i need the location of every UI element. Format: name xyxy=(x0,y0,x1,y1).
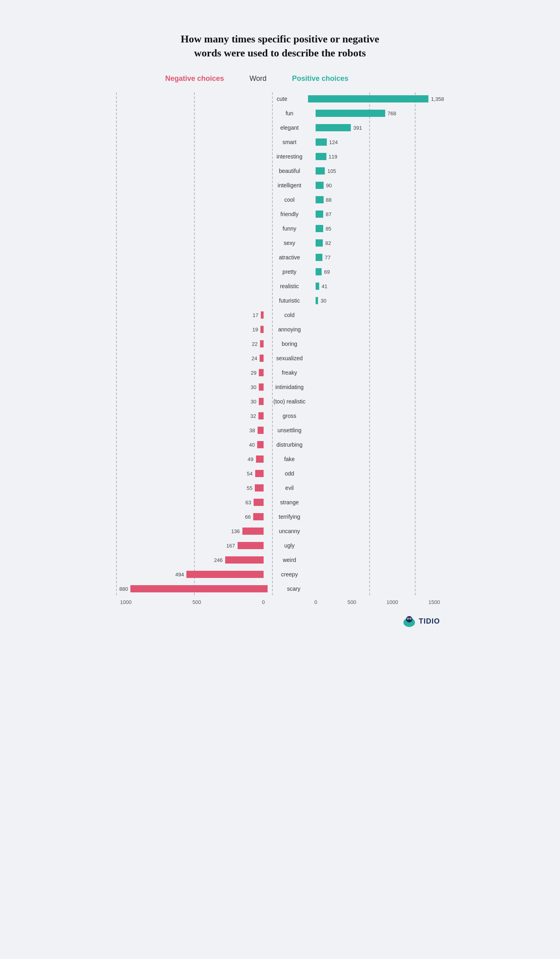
bar-row-positive: cute1,358 xyxy=(116,92,444,105)
x-axis-pos-0: 0 xyxy=(314,599,317,605)
bar-row-positive: funny85 xyxy=(116,222,444,235)
positive-bar xyxy=(316,268,322,275)
negative-bar xyxy=(254,499,264,506)
neg-side-empty xyxy=(116,165,264,177)
title-line2: words were used to describe the robots xyxy=(194,47,366,59)
negative-bar-value: 167 xyxy=(223,543,235,549)
bar-row-positive: futuristic30 xyxy=(116,294,444,307)
positive-bar-value: 105 xyxy=(327,168,336,174)
word-label: terrifying xyxy=(264,514,316,520)
bar-row-negative: 22boring xyxy=(116,337,444,350)
neg-side: 30 xyxy=(116,395,264,408)
word-label: (too) realistic xyxy=(264,398,316,405)
word-label: strange xyxy=(264,499,316,506)
pos-side-empty xyxy=(316,323,444,336)
bars-area: cute1,358fun768elegant391smart124interes… xyxy=(116,92,444,595)
negative-bar-value: 29 xyxy=(244,370,256,376)
negative-bar xyxy=(260,340,264,347)
pos-side: 124 xyxy=(316,136,444,148)
negative-bar-value: 246 xyxy=(211,557,223,563)
bar-row-negative: 246weird xyxy=(116,554,444,566)
negative-bar-value: 38 xyxy=(243,427,255,433)
x-axis-neg-1000: 1000 xyxy=(120,599,132,605)
pos-side: 90 xyxy=(316,179,444,192)
pos-side: 1,358 xyxy=(308,92,444,105)
x-axis-center-spacer xyxy=(265,599,314,605)
bar-row-positive: elegant391 xyxy=(116,121,444,134)
positive-bar-value: 30 xyxy=(320,298,326,304)
pos-side: 88 xyxy=(316,193,444,206)
neg-side-empty xyxy=(116,92,256,105)
tidio-logo: TIDIO xyxy=(116,615,444,628)
positive-bar-value: 77 xyxy=(325,255,330,261)
bar-row-negative: 494creepy xyxy=(116,568,444,581)
word-label: cold xyxy=(264,312,316,318)
pos-side: 41 xyxy=(316,280,444,293)
neg-side: 246 xyxy=(116,554,264,566)
word-label: boring xyxy=(264,341,316,347)
neg-side: 880 xyxy=(116,582,268,595)
pos-side: 30 xyxy=(316,294,444,307)
positive-bar-value: 88 xyxy=(326,197,332,203)
tidio-icon xyxy=(403,615,416,628)
positive-bar xyxy=(316,124,351,131)
word-label: elegant xyxy=(264,124,316,131)
neg-side-empty xyxy=(116,179,264,192)
neg-side: 30 xyxy=(116,381,264,393)
bar-row-negative: 63strange xyxy=(116,496,444,509)
bar-row-negative: 38unsettling xyxy=(116,424,444,437)
pos-side-empty xyxy=(316,395,444,408)
word-label: intelligent xyxy=(264,182,316,189)
word-label: friendly xyxy=(264,211,316,217)
word-label: fake xyxy=(264,456,316,462)
pos-side-empty xyxy=(320,582,444,595)
positive-bar-value: 69 xyxy=(324,269,330,275)
negative-bar-value: 54 xyxy=(241,471,253,477)
negative-bar-value: 49 xyxy=(242,456,254,462)
pos-side-empty xyxy=(316,309,444,321)
neg-side: 17 xyxy=(116,309,264,321)
pos-side-empty xyxy=(316,510,444,523)
word-label: cute xyxy=(256,96,308,102)
word-label: beautiful xyxy=(264,168,316,174)
neg-side: 22 xyxy=(116,337,264,350)
neg-side: 55 xyxy=(116,482,264,494)
negative-bar-value: 30 xyxy=(244,384,256,390)
pos-side: 768 xyxy=(316,107,444,120)
pos-side: 119 xyxy=(316,150,444,163)
pos-side-empty xyxy=(316,352,444,365)
svg-point-4 xyxy=(408,618,408,619)
bar-row-negative: 30(too) realistic xyxy=(116,395,444,408)
negative-bar xyxy=(261,311,264,319)
word-label: odd xyxy=(264,470,316,477)
neg-side-empty xyxy=(116,193,264,206)
word-label: cool xyxy=(264,197,316,203)
pos-side-empty xyxy=(316,409,444,422)
neg-side: 63 xyxy=(116,496,264,509)
bar-row-negative: 66terrifying xyxy=(116,510,444,523)
positive-bar xyxy=(316,138,327,146)
bar-row-negative: 880scary xyxy=(116,582,444,595)
pos-side: 82 xyxy=(316,237,444,249)
bar-row-negative: 32gross xyxy=(116,409,444,422)
neg-side: 54 xyxy=(116,467,264,480)
negative-bar xyxy=(225,556,264,564)
word-label: gross xyxy=(264,413,316,419)
legend-word-label: Word xyxy=(232,74,284,83)
pos-side-empty xyxy=(316,496,444,509)
pos-side-empty xyxy=(316,525,444,538)
positive-bar xyxy=(316,254,322,261)
negative-bar xyxy=(238,542,264,549)
negative-bar xyxy=(186,571,264,578)
positive-bar xyxy=(316,211,324,218)
bar-row-positive: fun768 xyxy=(116,107,444,120)
positive-bar-value: 391 xyxy=(353,125,362,131)
bar-row-negative: 29freaky xyxy=(116,366,444,379)
positive-bar xyxy=(316,196,324,203)
neg-side-empty xyxy=(116,107,264,120)
bar-row-positive: realistic41 xyxy=(116,280,444,293)
negative-bar-value: 63 xyxy=(239,500,251,506)
word-label: realistic xyxy=(264,283,316,289)
negative-bar-value: 19 xyxy=(246,327,258,333)
bar-row-negative: 49fake xyxy=(116,453,444,465)
